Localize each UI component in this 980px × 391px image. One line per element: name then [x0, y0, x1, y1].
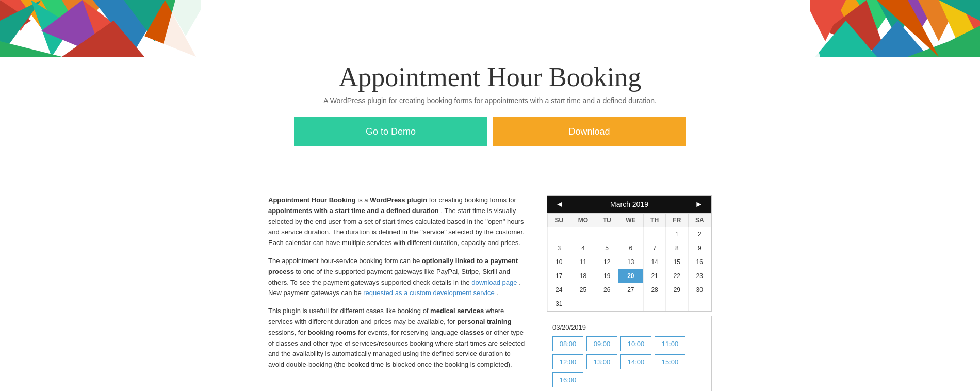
calendar-day — [570, 227, 596, 241]
calendar-day — [596, 227, 618, 241]
plugin-name: Appointment Hour Booking — [268, 196, 356, 204]
calendar-day — [570, 297, 596, 311]
calendar-day[interactable]: 30 — [688, 283, 711, 297]
day-header-tu: TU — [596, 214, 618, 227]
calendar-day[interactable]: 15 — [666, 255, 688, 269]
header-geometric — [0, 0, 980, 57]
calendar-day[interactable]: 25 — [570, 283, 596, 297]
calendar-day[interactable]: 24 — [548, 283, 570, 297]
calendar-day[interactable]: 17 — [548, 269, 570, 283]
calendar-header: ◄ March 2019 ► — [547, 196, 711, 213]
calendar-day[interactable]: 16 — [688, 255, 711, 269]
calendar-day — [643, 227, 665, 241]
timeslot-button[interactable]: 10:00 — [620, 336, 651, 351]
calendar-grid: SU MO TU WE TH FR SA 1234567891011121314… — [547, 213, 711, 311]
day-header-fr: FR — [666, 214, 688, 227]
page-subtitle: A WordPress plugin for creating booking … — [268, 96, 712, 105]
demo-button[interactable]: Go to Demo — [294, 117, 487, 146]
page-title: Appointment Hour Booking — [268, 62, 712, 92]
calendar-week-2: 10111213141516 — [548, 255, 711, 269]
calendar-day[interactable]: 20 — [618, 269, 643, 283]
paragraph-1: Appointment Hour Booking is a WordPress … — [268, 195, 526, 249]
feature-label: appointments with a start time and a def… — [268, 207, 439, 215]
calendar-day[interactable]: 28 — [643, 283, 665, 297]
timeslot-box: 03/20/2019 08:0009:0010:0011:0012:0013:0… — [547, 316, 712, 391]
paragraph-2: The appointment hour-service booking for… — [268, 256, 526, 299]
calendar-day[interactable]: 1 — [666, 227, 688, 241]
svg-rect-31 — [201, 0, 810, 57]
description-column: Appointment Hour Booking is a WordPress … — [268, 195, 526, 391]
day-header-sa: SA — [688, 214, 711, 227]
wp-plugin-label: WordPress plugin — [370, 196, 427, 204]
calendar-day[interactable]: 6 — [618, 241, 643, 255]
timeslot-button[interactable]: 14:00 — [620, 354, 651, 369]
calendar-day[interactable]: 7 — [643, 241, 665, 255]
calendar-day — [666, 297, 688, 311]
day-header-mo: MO — [570, 214, 596, 227]
cal-next-button[interactable]: ► — [693, 200, 705, 209]
calendar-day[interactable]: 13 — [618, 255, 643, 269]
paragraph-3: This plugin is usefull for different cas… — [268, 306, 526, 370]
custom-dev-link[interactable]: requested as a custom development servic… — [363, 289, 494, 297]
calendar-day — [548, 227, 570, 241]
calendar-day[interactable]: 5 — [596, 241, 618, 255]
rooms-label: booking rooms — [308, 329, 356, 336]
calendar-day[interactable]: 9 — [688, 241, 711, 255]
calendar-day[interactable]: 11 — [570, 255, 596, 269]
cal-prev-button[interactable]: ◄ — [553, 200, 566, 209]
calendar-week-5: 31 — [548, 297, 711, 311]
calendar-day — [596, 297, 618, 311]
training-label: personal training — [457, 318, 511, 325]
download-button[interactable]: Download — [493, 117, 686, 146]
calendar-day — [618, 227, 643, 241]
classes-label: classes — [460, 329, 484, 336]
calendar-widget: ◄ March 2019 ► SU MO TU WE TH FR SA — [547, 195, 712, 391]
timeslot-button[interactable]: 09:00 — [586, 336, 617, 351]
calendar-day[interactable]: 22 — [666, 269, 688, 283]
calendar-week-4: 24252627282930 — [548, 283, 711, 297]
timeslot-grid: 08:0009:0010:0011:0012:0013:0014:0015:00… — [552, 336, 706, 387]
timeslot-date: 03/20/2019 — [552, 323, 706, 331]
timeslot-button[interactable]: 12:00 — [552, 354, 583, 369]
timeslot-button[interactable]: 08:00 — [552, 336, 583, 351]
calendar-day[interactable]: 23 — [688, 269, 711, 283]
calendar-week-3: 17181920212223 — [548, 269, 711, 283]
content-section: Appointment Hour Booking is a WordPress … — [258, 195, 722, 391]
calendar-day[interactable]: 12 — [596, 255, 618, 269]
timeslot-button[interactable]: 11:00 — [655, 336, 685, 351]
calendar-container: ◄ March 2019 ► SU MO TU WE TH FR SA — [547, 195, 712, 312]
calendar-day[interactable]: 31 — [548, 297, 570, 311]
calendar-day[interactable]: 10 — [548, 255, 570, 269]
day-header-we: WE — [618, 214, 643, 227]
timeslot-button[interactable]: 16:00 — [552, 372, 583, 387]
calendar-day[interactable]: 27 — [618, 283, 643, 297]
day-header-th: TH — [643, 214, 665, 227]
calendar-day[interactable]: 2 — [688, 227, 711, 241]
calendar-day-headers: SU MO TU WE TH FR SA — [548, 214, 711, 227]
calendar-week-1: 3456789 — [548, 241, 711, 255]
calendar-day[interactable]: 19 — [596, 269, 618, 283]
calendar-day[interactable]: 8 — [666, 241, 688, 255]
calendar-day[interactable]: 26 — [596, 283, 618, 297]
calendar-day[interactable]: 14 — [643, 255, 665, 269]
calendar-day — [643, 297, 665, 311]
calendar-day — [688, 297, 711, 311]
calendar-day — [618, 297, 643, 311]
calendar-day[interactable]: 3 — [548, 241, 570, 255]
calendar-day[interactable]: 21 — [643, 269, 665, 283]
medical-label: medical services — [430, 307, 484, 315]
timeslot-button[interactable]: 15:00 — [655, 354, 685, 369]
download-page-link[interactable]: download page — [471, 279, 517, 286]
day-header-su: SU — [548, 214, 570, 227]
calendar-day[interactable]: 29 — [666, 283, 688, 297]
calendar-day[interactable]: 4 — [570, 241, 596, 255]
cta-buttons: Go to Demo Download — [294, 117, 686, 146]
calendar-week-0: 12 — [548, 227, 711, 241]
calendar-title: March 2019 — [610, 200, 648, 208]
calendar-day[interactable]: 18 — [570, 269, 596, 283]
timeslot-button[interactable]: 13:00 — [586, 354, 617, 369]
